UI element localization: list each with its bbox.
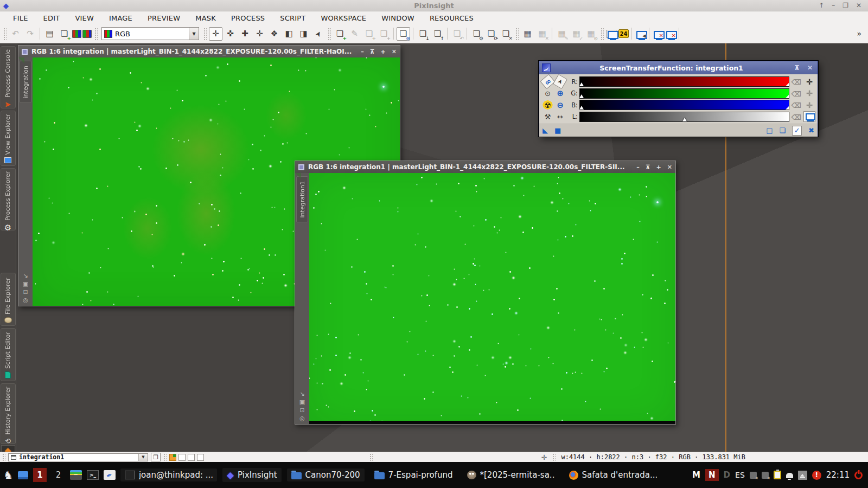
edit-stf-cursor-icon[interactable]: ➤ — [553, 74, 567, 89]
paste-process-icon[interactable]: ❏ — [377, 27, 391, 41]
pan-mode-icon[interactable]: ✛ — [209, 27, 222, 41]
page-cursor-icon[interactable]: ◨ — [297, 27, 310, 41]
clipboard-manager-icon[interactable] — [774, 471, 781, 479]
channel-slider-handle[interactable] — [579, 80, 584, 86]
stf-toggle-icon[interactable] — [606, 30, 617, 38]
reset-lum-icon[interactable] — [791, 112, 802, 122]
sidebar-tab-file-explorer[interactable]: File Explorer — [1, 273, 16, 326]
zoom-1-1-icon[interactable]: □ — [766, 126, 773, 134]
dropdown-arrow-icon[interactable]: ▼ — [189, 28, 199, 40]
restore-view-icon[interactable]: ❏ — [450, 27, 464, 41]
minimize-image-icon[interactable]: – — [636, 164, 640, 171]
close-image-icon[interactable]: ✕ — [667, 164, 672, 171]
readout-target-icon[interactable]: ◎ — [299, 415, 305, 422]
scroll-corner-icon[interactable]: ↘ — [23, 273, 28, 279]
task-espai-profund[interactable]: 7-Espai-profund — [370, 468, 457, 481]
zoom-in-icon[interactable]: ⊕ — [554, 88, 566, 99]
shift-histogram-icon[interactable]: ↔ — [554, 112, 566, 122]
channel-gradient-bar[interactable] — [579, 76, 789, 87]
sidebar-tab-history-explorer[interactable]: History Explorer — [1, 383, 16, 444]
maximize-image-icon[interactable]: + — [381, 48, 386, 55]
channel-slider-handle[interactable] — [682, 115, 687, 121]
alerts-icon[interactable]: ! — [812, 471, 821, 480]
zoom-out-icon[interactable]: ⊖ — [554, 100, 566, 110]
new-instance-icon[interactable]: ❏ — [779, 126, 786, 134]
reset-green-icon[interactable] — [791, 88, 802, 99]
fetch-view-icon[interactable]: ❏ — [416, 27, 430, 41]
minimize-image-icon[interactable]: – — [361, 48, 364, 55]
show-desktop-icon[interactable] — [18, 471, 28, 479]
view-list-button[interactable]: ❐ — [151, 453, 161, 461]
task-pixinsight[interactable]: ◆ PixInsight — [222, 468, 282, 482]
keyboard-layout-indicator[interactable]: ES — [735, 471, 745, 479]
undo-icon[interactable]: ↶ — [9, 27, 22, 41]
indicator-n-icon[interactable]: N — [705, 469, 719, 481]
remove-mask-icon[interactable]: ▦ — [535, 27, 549, 41]
reset-blue-icon[interactable] — [791, 100, 802, 110]
workspace-thumb-3[interactable] — [188, 454, 195, 461]
view-identifier-icon[interactable]: ▤ — [43, 27, 56, 41]
volume-muted-icon[interactable] — [750, 472, 757, 479]
menu-mask[interactable]: MASK — [188, 13, 224, 23]
image-window-integration-titlebar[interactable]: RGB 1:6 integration | masterLight_BIN-1_… — [18, 46, 400, 57]
channel-selector-dropdown[interactable]: RGB ▼ — [101, 27, 199, 40]
task-terminal[interactable]: joan@thinkpad: ... — [120, 468, 217, 481]
dropdown-arrow-icon[interactable]: ▼ — [138, 454, 148, 461]
readout-target-icon[interactable]: ◎ — [23, 297, 28, 304]
close-window-icon[interactable] — [652, 30, 663, 38]
channel-slider-handle[interactable] — [579, 92, 584, 98]
auto-stretch-icon[interactable]: ☢ — [542, 100, 553, 110]
clock[interactable]: 22:11 — [826, 470, 850, 480]
sidebar-tab-view-explorer[interactable]: View Explorer — [1, 111, 16, 166]
editor-launcher-icon[interactable]: ✒ — [104, 470, 116, 480]
view-tab-integration[interactable]: integration — [20, 61, 31, 103]
browse-mask-icon[interactable]: ▦ — [584, 27, 598, 41]
expand-windows-icon[interactable]: ✜ — [224, 27, 237, 41]
readout-mode-icon[interactable]: ◣ — [542, 126, 548, 134]
minimize-window-icon[interactable]: – — [832, 2, 835, 9]
close-all-windows-icon[interactable] — [665, 30, 676, 38]
window-manager-menu-icon[interactable]: ♞ — [3, 468, 13, 481]
workspace-switcher-2[interactable]: 2 — [52, 468, 65, 482]
close-window-icon[interactable]: ✕ — [856, 2, 861, 9]
scroll-corner-icon[interactable]: ↘ — [299, 391, 304, 397]
edit-mask-icon[interactable]: ▦ — [555, 27, 569, 41]
menu-resources[interactable]: RESOURCES — [422, 13, 481, 23]
lut-24bit-icon[interactable]: 24 — [618, 29, 629, 38]
selection-mode-icon[interactable]: ▣ — [299, 399, 305, 406]
menu-view[interactable]: VIEW — [67, 13, 101, 23]
show-mask-icon[interactable]: ▦ — [521, 27, 534, 41]
view-properties-icon[interactable]: ❏ — [470, 27, 483, 41]
menu-image[interactable]: IMAGE — [101, 13, 140, 23]
image-window-integration1-titlebar[interactable]: RGB 1:6 integration1 | masterLight_BIN-1… — [295, 161, 675, 173]
maximize-image-icon[interactable]: + — [656, 164, 661, 171]
network-icon[interactable] — [762, 472, 769, 479]
split-channels-icon[interactable] — [72, 30, 81, 38]
store-view-icon[interactable]: ❏ — [431, 27, 444, 41]
shrink-dialog-icon[interactable]: ✖ — [808, 126, 814, 134]
indicator-m-icon[interactable]: M — [692, 470, 700, 480]
task-canon70-200[interactable]: Canon70-200 — [287, 468, 365, 481]
image-window-integration1[interactable]: RGB 1:6 integration1 | masterLight_BIN-1… — [295, 160, 676, 425]
close-image-icon[interactable]: ✕ — [392, 48, 397, 55]
shutdown-icon[interactable] — [854, 471, 863, 479]
workspace-thumb-1[interactable] — [169, 454, 176, 461]
sidebar-tab-process-console[interactable]: Process Console — [1, 46, 16, 108]
workspace-thumb-2[interactable] — [178, 454, 186, 461]
duplicate-view-icon[interactable]: ⊡ — [299, 407, 304, 414]
workspace-thumb-4[interactable] — [197, 454, 204, 461]
app-titlebar[interactable]: ◆ PixInsight ↑ – ❐ ✕ — [0, 0, 868, 11]
task-firefox[interactable]: Safata d'entrada... — [565, 468, 661, 481]
track-blue-icon[interactable] — [803, 100, 815, 111]
task-gimp[interactable]: *[2025-ermita-sa... — [463, 468, 559, 481]
refresh-view-icon[interactable]: ❏ — [484, 27, 498, 41]
workspace[interactable]: RGB 1:6 integration | masterLight_BIN-1_… — [16, 43, 868, 452]
link-rgb-channels-icon[interactable]: ∞ — [540, 74, 555, 89]
shrink-windows-icon[interactable]: ✚ — [238, 27, 252, 41]
sidebar-tab-script-editor[interactable]: Script Editor — [1, 328, 16, 381]
zoom-track-icon[interactable]: ⊙ — [542, 88, 553, 99]
shade-image-icon[interactable]: ⊼ — [646, 164, 650, 171]
shade-image-icon[interactable]: ⊼ — [370, 48, 375, 55]
workspace-switcher-1[interactable]: 1 — [33, 468, 47, 482]
menu-window[interactable]: WINDOW — [374, 13, 422, 23]
